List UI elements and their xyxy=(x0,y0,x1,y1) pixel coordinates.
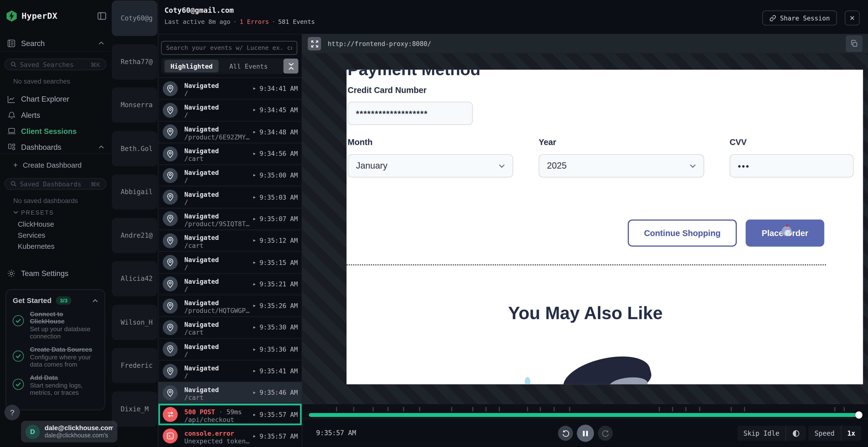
sidebar-item-alerts[interactable]: Alerts xyxy=(0,108,111,122)
timeline-tick xyxy=(527,407,528,411)
event-title: Navigated xyxy=(184,277,219,285)
event-row[interactable]: Navigated / ▶9:35:15 AM xyxy=(158,252,302,273)
collapse-vertical-icon xyxy=(288,62,294,70)
location-pin-icon xyxy=(166,345,174,353)
chevron-up-icon[interactable] xyxy=(92,299,98,302)
session-card[interactable]: Wilson_H xyxy=(112,304,157,340)
sidebar-item-search[interactable]: Search xyxy=(0,36,111,50)
playback-timeline[interactable] xyxy=(302,404,868,419)
check-circle-icon xyxy=(13,351,24,362)
session-card[interactable]: Retha77@ xyxy=(112,44,157,79)
event-row[interactable]: Navigated / ▶9:35:21 AM xyxy=(158,274,302,295)
session-card[interactable]: Monserra xyxy=(112,88,157,123)
skip-idle-toggle[interactable] xyxy=(786,426,806,441)
replay-url-bar: http://frontend-proxy:8080/ xyxy=(302,34,868,53)
get-started-task[interactable]: Add Data Start sending logs, metrics, or… xyxy=(13,374,98,397)
sidebar-item-team-settings[interactable]: Team Settings xyxy=(0,266,111,280)
event-row[interactable]: Navigated / ▶9:35:36 AM xyxy=(158,339,302,360)
event-row[interactable]: Navigated /cart ▶9:34:56 AM xyxy=(158,143,302,165)
session-card[interactable]: Abbigail xyxy=(112,174,157,209)
link-icon xyxy=(769,15,776,22)
continue-shopping-button[interactable]: Continue Shopping xyxy=(628,219,737,246)
session-card[interactable]: Dixie_M xyxy=(112,391,157,426)
event-icon xyxy=(163,190,178,205)
presets-toggle[interactable]: PRESETS xyxy=(13,209,54,216)
collapse-events-button[interactable] xyxy=(283,59,299,73)
event-row[interactable]: Navigated /cart ▶9:35:46 AM xyxy=(158,382,302,404)
play-icon: ▶ xyxy=(253,412,255,417)
event-row[interactable]: Navigated / ▶9:35:03 AM xyxy=(158,187,302,208)
user-menu[interactable]: D dale@clickhouse.com dale@clickhouse.co… xyxy=(21,421,117,442)
session-card[interactable]: Coty60@g xyxy=(112,0,157,36)
session-card[interactable]: Beth.Gol xyxy=(112,131,157,166)
chevron-down-icon xyxy=(690,164,696,168)
session-card[interactable]: Frederic xyxy=(112,348,157,383)
play-icon: ▶ xyxy=(253,347,255,351)
get-started-task[interactable]: Create Data Sources Configure where your… xyxy=(13,346,98,368)
get-started-task[interactable]: Connect to ClickHouse Set up your databa… xyxy=(13,311,98,340)
event-timestamp: ▶9:34:48 AM xyxy=(253,128,298,136)
close-icon: ✕ xyxy=(849,14,855,22)
event-row[interactable]: console.error Unexpected token 'I'… ▶9:3… xyxy=(158,425,302,447)
playback-progress-bar[interactable] xyxy=(309,413,859,417)
preset-item[interactable]: Services xyxy=(18,231,45,239)
event-path: Unexpected token 'I'… xyxy=(184,438,253,445)
playhead-knob[interactable] xyxy=(855,411,863,419)
cvv-value: ••• xyxy=(738,161,750,171)
no-saved-dashboards-text: No saved dashboards xyxy=(13,197,78,204)
share-session-button[interactable]: Share Session xyxy=(762,10,837,26)
rewind-button[interactable] xyxy=(558,426,573,441)
expand-button[interactable] xyxy=(308,37,321,50)
credit-card-input[interactable]: ******************* xyxy=(348,102,473,125)
sidebar-item-label: Chart Explorer xyxy=(21,95,69,103)
skip-forward-button[interactable] xyxy=(598,426,613,441)
event-timestamp: ▶9:35:00 AM xyxy=(253,171,298,179)
saved-dashboards-input[interactable]: Saved Dashboards ⌘K xyxy=(4,178,106,190)
speed-value[interactable]: 1x xyxy=(841,426,862,441)
event-path: /product/9SIQT8TOJO xyxy=(184,220,253,228)
event-path: /cart xyxy=(184,394,219,402)
close-button[interactable]: ✕ xyxy=(845,10,860,26)
cvv-input[interactable]: ••• xyxy=(730,154,854,177)
speed-label[interactable]: Speed xyxy=(808,426,840,441)
location-pin-icon xyxy=(166,193,174,201)
sidebar-item-chart-explorer[interactable]: Chart Explorer xyxy=(0,92,111,106)
create-dashboard-button[interactable]: + Create Dashboard xyxy=(13,161,82,169)
event-row[interactable]: Navigated / ▶9:35:00 AM xyxy=(158,165,302,187)
year-select[interactable]: 2025 xyxy=(539,154,704,177)
event-title: Navigated xyxy=(184,191,219,198)
help-button[interactable]: ? xyxy=(4,405,20,420)
session-card[interactable]: Alicia42 xyxy=(112,261,157,297)
event-row[interactable]: Navigated / ▶9:34:45 AM xyxy=(158,100,302,122)
event-row[interactable]: Navigated /product/HQTGWGPNH4 ▶9:35:26 A… xyxy=(158,295,302,317)
events-tabs: Highlighted All Events xyxy=(161,58,300,74)
saved-searches-placeholder: Saved Searches xyxy=(20,61,74,68)
copy-url-button[interactable] xyxy=(846,35,863,52)
timeline-tick xyxy=(731,407,732,411)
sidebar-item-dashboards[interactable]: Dashboards xyxy=(0,140,111,154)
event-row[interactable]: Navigated / ▶9:34:41 AM xyxy=(158,78,302,100)
tab-all-events[interactable]: All Events xyxy=(223,60,274,72)
play-icon: ▶ xyxy=(253,434,255,438)
collapse-sidebar-icon[interactable] xyxy=(97,12,106,20)
event-row[interactable]: Navigated /product/9SIQT8TOJO ▶9:35:07 A… xyxy=(158,208,302,230)
month-select[interactable]: January xyxy=(348,154,513,177)
event-row[interactable]: Navigated /cart ▶9:35:30 AM xyxy=(158,317,302,339)
session-header: Coty60@gmail.com Last active 8m ago·1 Er… xyxy=(158,0,868,34)
tab-highlighted[interactable]: Highlighted xyxy=(164,60,219,72)
preset-item[interactable]: ClickHouse xyxy=(18,220,54,228)
sidebar-item-client-sessions[interactable]: Client Sessions xyxy=(0,124,111,138)
play-icon: ▶ xyxy=(253,130,255,134)
search-icon xyxy=(10,61,17,67)
event-row[interactable]: Navigated / ▶9:35:41 AM xyxy=(158,360,302,382)
pause-button[interactable] xyxy=(577,424,594,442)
saved-searches-input[interactable]: Saved Searches ⌘K xyxy=(4,59,106,70)
preset-item[interactable]: Kubernetes xyxy=(18,242,55,250)
session-card[interactable]: Andre21@ xyxy=(112,217,157,253)
events-search-input[interactable] xyxy=(161,41,297,55)
event-row[interactable]: 500 POST · 59ms /api/checkout ▶9:35:57 A… xyxy=(158,404,302,425)
event-row[interactable]: Navigated /cart ▶9:35:12 AM xyxy=(158,230,302,252)
timeline-tick xyxy=(699,407,700,411)
event-row[interactable]: Navigated /product/6E92ZMYYFZ ▶9:34:48 A… xyxy=(158,122,302,143)
skip-idle-label[interactable]: Skip Idle xyxy=(737,426,785,441)
